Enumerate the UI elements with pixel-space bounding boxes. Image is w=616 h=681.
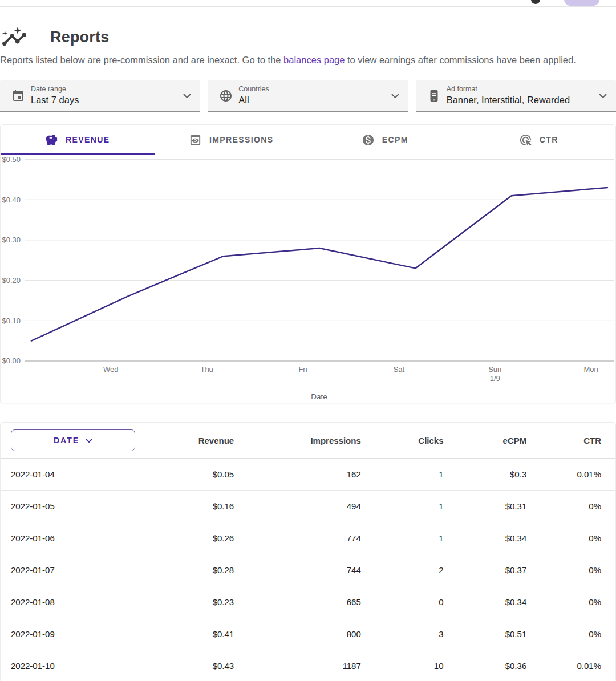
table-cell: $0.36 <box>454 661 537 671</box>
calendar-icon <box>11 89 25 103</box>
subtitle-text: Reports listed below are pre-commission … <box>0 55 283 65</box>
table-row: 2022-01-06$0.267741$0.340% <box>1 522 615 554</box>
table-cell: 2 <box>371 565 454 575</box>
table-cell: 2022-01-05 <box>1 501 147 511</box>
table-cell: 2022-01-07 <box>1 565 147 575</box>
table-cell: $0.41 <box>147 629 245 639</box>
table-cell: 1187 <box>245 661 371 671</box>
table-cell: 494 <box>245 501 371 511</box>
chart-line <box>31 188 607 341</box>
balances-page-link[interactable]: balances page <box>283 55 345 65</box>
chevron-down-icon <box>86 439 92 443</box>
table-cell: 162 <box>245 469 371 479</box>
y-axis-tick-label: $0.40 <box>2 196 20 204</box>
subtitle-text: to view earnings after commissions have … <box>345 55 576 65</box>
filter-value: All <box>238 94 269 106</box>
table-cell: $0.3 <box>454 469 537 479</box>
table-cell: 0% <box>537 629 615 639</box>
table-cell: $0.51 <box>454 629 537 639</box>
tab-impressions[interactable]: IMPRESSIONS <box>155 125 309 155</box>
tab-label: ECPM <box>382 135 408 144</box>
table-cell: 2022-01-04 <box>1 469 147 479</box>
table-cell: 2022-01-10 <box>1 661 147 671</box>
x-axis-title: Date <box>311 392 327 401</box>
chevron-down-icon <box>391 94 399 98</box>
page-header: Reports <box>0 24 616 50</box>
table-cell: $0.34 <box>454 597 537 607</box>
x-axis-tick-label: Wed <box>103 365 118 374</box>
y-axis-tick-label: $0.50 <box>2 155 20 164</box>
date-sort-button[interactable]: DATE <box>11 429 135 451</box>
tab-ecpm[interactable]: ECPM <box>308 125 462 155</box>
table-cell: 0 <box>371 597 454 607</box>
report-table-card: DATE Revenue Impressions Clicks eCPM CTR… <box>0 422 616 681</box>
filter-label: Date range <box>31 85 79 94</box>
table-cell: $0.43 <box>147 661 245 671</box>
top-header-strip <box>0 0 616 7</box>
date-sort-label: DATE <box>54 436 79 445</box>
filter-value: Banner, Interstitial, Rewarded <box>447 94 570 106</box>
table-cell: $0.37 <box>454 565 537 575</box>
column-header-ctr: CTR <box>537 436 615 445</box>
table-row: 2022-01-05$0.164941$0.310% <box>1 491 615 522</box>
table-row: 2022-01-10$0.43118710$0.360.01% <box>1 650 615 681</box>
piggy-bank-icon <box>45 133 58 147</box>
column-header-ecpm: eCPM <box>454 436 537 445</box>
table-cell: 774 <box>245 533 371 543</box>
x-axis-tick-label: Fri <box>298 365 307 374</box>
y-axis-tick-label: $0.30 <box>2 236 20 244</box>
page-title: Reports <box>50 29 109 46</box>
table-cell: 10 <box>371 661 454 671</box>
x-axis-tick-label: Thu <box>200 365 213 374</box>
chevron-down-icon <box>599 94 607 98</box>
revenue-chart: $0.00$0.10$0.20$0.30$0.40$0.50WedThuFriS… <box>1 155 615 403</box>
page-subtitle: Reports listed below are pre-commission … <box>0 54 616 66</box>
y-axis-tick-label: $0.20 <box>2 276 20 285</box>
table-row: 2022-01-09$0.418003$0.510% <box>1 618 615 650</box>
table-row: 2022-01-04$0.051621$0.30.01% <box>1 459 615 491</box>
ad-format-filter[interactable]: Ad format Banner, Interstitial, Rewarded <box>416 80 616 112</box>
tab-ctr[interactable]: CTR <box>462 125 616 155</box>
globe-icon <box>219 89 233 103</box>
table-cell: 0.01% <box>537 469 615 479</box>
x-axis-tick-label: Sun <box>488 365 501 374</box>
table-cell: $0.05 <box>147 469 245 479</box>
table-cell: 744 <box>245 565 371 575</box>
table-cell: 2022-01-08 <box>1 597 147 607</box>
table-cell: $0.26 <box>147 533 245 543</box>
tab-revenue[interactable]: REVENUE <box>1 125 155 155</box>
table-cell: 1 <box>371 501 454 511</box>
table-cell: $0.23 <box>147 597 245 607</box>
table-cell: 0% <box>537 597 615 607</box>
table-cell: $0.16 <box>147 501 245 511</box>
filter-value: Last 7 days <box>31 94 79 106</box>
x-axis-tick-label: Mon <box>583 365 598 374</box>
date-range-filter[interactable]: Date range Last 7 days <box>0 80 200 112</box>
filter-bar: Date range Last 7 days Countries All Ad … <box>0 80 616 112</box>
header-pill-button[interactable] <box>564 0 599 6</box>
table-body: 2022-01-04$0.051621$0.30.01%2022-01-05$0… <box>1 459 615 681</box>
table-cell: $0.34 <box>454 533 537 543</box>
table-row: 2022-01-07$0.287442$0.370% <box>1 554 615 586</box>
table-cell: 665 <box>245 597 371 607</box>
table-row: 2022-01-08$0.236650$0.340% <box>1 586 615 618</box>
countries-filter[interactable]: Countries All <box>208 80 408 112</box>
filter-label: Countries <box>238 85 269 94</box>
column-header-clicks: Clicks <box>371 436 454 445</box>
x-axis-tick-sublabel: 1/9 <box>490 374 500 383</box>
tab-label: REVENUE <box>66 135 110 144</box>
table-cell: 0% <box>537 565 615 575</box>
table-cell: $0.28 <box>147 565 245 575</box>
table-cell: 0.01% <box>537 661 615 671</box>
click-target-icon <box>519 133 532 147</box>
column-header-revenue: Revenue <box>147 436 245 445</box>
y-axis-tick-label: $0.00 <box>2 356 20 365</box>
table-cell: 2022-01-06 <box>1 533 147 543</box>
table-cell: 1 <box>371 469 454 479</box>
tab-label: IMPRESSIONS <box>209 135 274 144</box>
insights-icon <box>1 24 27 50</box>
table-cell: 1 <box>371 533 454 543</box>
ad-units-icon <box>427 89 441 103</box>
column-header-impressions: Impressions <box>245 436 371 445</box>
avatar[interactable] <box>531 0 540 4</box>
